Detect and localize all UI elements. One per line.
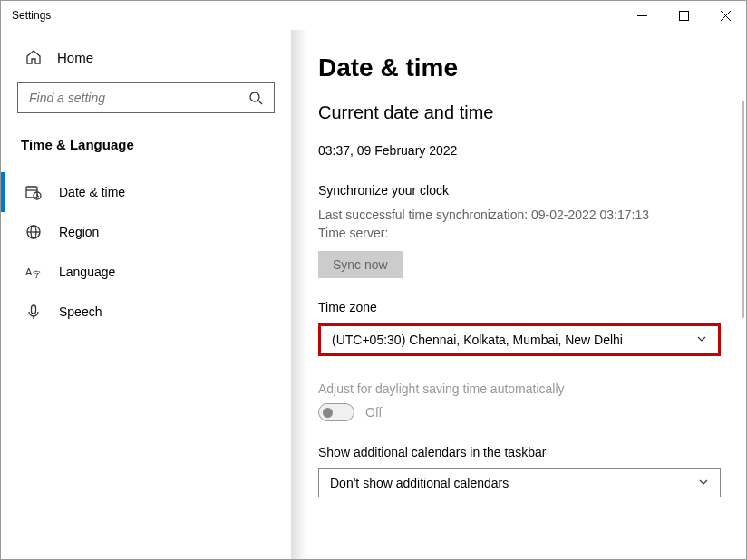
additional-calendars-label: Show additional calendars in the taskbar [318,445,721,459]
svg-rect-1 [679,11,688,20]
sync-heading: Synchronize your clock [318,183,721,198]
nav-item-date-time[interactable]: Date & time [17,172,275,212]
microphone-icon [24,303,43,321]
window-title: Settings [12,9,51,22]
sync-server-text: Time server: [318,225,721,243]
svg-text:A: A [25,266,33,277]
nav-label: Region [59,225,99,239]
additional-calendars-value: Don't show additional calendars [330,476,509,490]
page-title: Date & time [318,53,721,82]
sync-last-text: Last successful time synchronization: 09… [318,207,721,225]
search-field[interactable] [27,90,247,106]
main-content: Date & time Current date and time 03:37,… [291,30,746,560]
nav-label: Date & time [59,185,125,199]
search-input[interactable] [17,82,275,113]
additional-calendars-dropdown[interactable]: Don't show additional calendars [318,468,721,497]
section-current-heading: Current date and time [318,102,721,123]
home-link[interactable]: Home [17,48,275,66]
maximize-button[interactable] [663,1,704,30]
scrollbar[interactable] [742,101,744,318]
svg-point-4 [250,92,259,101]
chevron-down-icon [696,333,707,347]
category-heading: Time & Language [17,137,275,152]
minimize-button[interactable] [621,1,663,30]
chevron-down-icon [698,476,709,490]
home-label: Home [57,50,93,65]
timezone-dropdown[interactable]: (UTC+05:30) Chennai, Kolkata, Mumbai, Ne… [318,323,721,356]
search-icon [247,89,265,107]
svg-line-5 [258,101,262,104]
dst-state: Off [365,405,382,420]
svg-rect-16 [32,305,36,314]
nav-item-speech[interactable]: Speech [17,292,275,332]
timezone-value: (UTC+05:30) Chennai, Kolkata, Mumbai, Ne… [332,333,623,347]
close-button[interactable] [704,1,746,30]
language-icon: A字 [24,263,43,281]
sync-now-button[interactable]: Sync now [318,251,403,278]
nav-item-region[interactable]: Region [17,212,275,252]
nav-item-language[interactable]: A字 Language [17,252,275,292]
nav-label: Language [59,265,115,279]
globe-icon [24,223,43,241]
window-controls [621,1,746,30]
home-icon [24,48,43,66]
svg-line-10 [37,196,39,197]
calendar-clock-icon [24,183,43,201]
dst-label: Adjust for daylight saving time automati… [318,381,721,396]
dst-toggle[interactable] [318,403,354,421]
sidebar: Home Time & Language Date & time Region … [1,30,291,560]
current-datetime: 03:37, 09 February 2022 [318,143,721,158]
timezone-label: Time zone [318,300,721,314]
nav-label: Speech [59,304,102,319]
svg-text:字: 字 [33,270,41,279]
nav-list: Date & time Region A字 Language Speech [17,172,275,332]
